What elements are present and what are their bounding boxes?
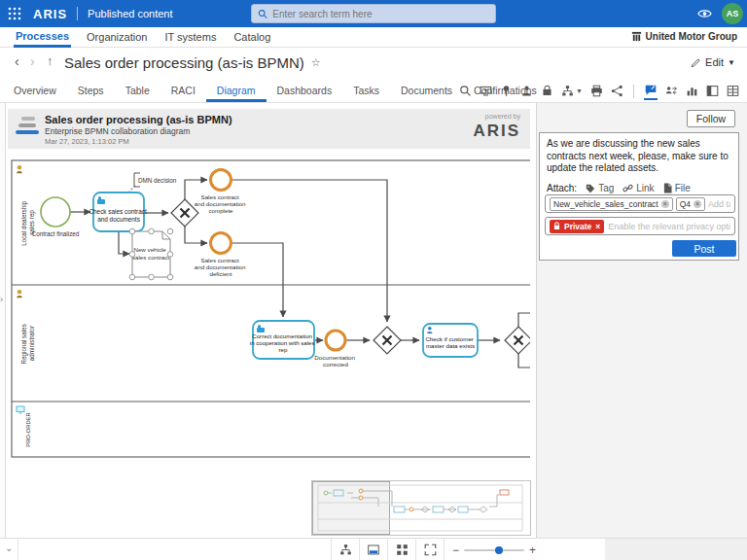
favorite-star-icon[interactable]: ☆ xyxy=(311,56,321,68)
up-icon[interactable]: ↑ xyxy=(47,53,53,68)
data-object-new-vehicle-contract[interactable]: New vehicle sales contract xyxy=(129,228,173,280)
tab-table[interactable]: Table xyxy=(115,80,160,102)
viewer-icon[interactable] xyxy=(480,85,492,99)
person-icon xyxy=(17,165,22,173)
annotation-dmn-decision[interactable]: DMN decision xyxy=(134,173,177,187)
matrix-icon[interactable] xyxy=(706,85,719,99)
event-documentation-corrected[interactable]: Documentation corrected xyxy=(314,331,356,368)
powered-by-label: powered by xyxy=(485,113,520,120)
tab-diagram[interactable]: Diagram xyxy=(206,80,267,102)
tenant-switcher[interactable]: United Motor Group xyxy=(631,31,737,42)
powered-by-brand: ARIS xyxy=(473,122,520,141)
tag-chip[interactable]: New_vehicle_sales_contract × xyxy=(550,197,673,211)
svg-text:Check sales contract and: Check sales contract and documents xyxy=(89,208,148,223)
collaboration-icon[interactable] xyxy=(665,85,678,99)
fullscreen-icon[interactable] xyxy=(415,539,444,560)
model-timestamp: Mar 27, 2023, 1:13:02 PM xyxy=(45,137,129,146)
back-icon[interactable]: ‹ xyxy=(15,53,19,69)
edit-button[interactable]: Edit ▼ xyxy=(691,56,735,68)
attach-file-button[interactable]: File xyxy=(663,183,691,193)
caret-down-icon: ▼ xyxy=(576,88,583,94)
primary-nav: Processes Organization IT systems Catalo… xyxy=(0,27,747,48)
avatar[interactable]: AS xyxy=(722,3,743,24)
tag-icon xyxy=(586,184,595,193)
basket-icon[interactable] xyxy=(541,85,553,99)
event-documentation-deficient[interactable]: Sales contract and documentation deficie… xyxy=(195,233,247,278)
edit-pencil-icon xyxy=(691,57,701,68)
comment-input[interactable]: As we are discussing the new sales contr… xyxy=(540,133,738,180)
remove-tag-icon[interactable]: × xyxy=(694,200,701,208)
pin-icon[interactable] xyxy=(500,85,513,99)
remove-privacy-icon[interactable]: × xyxy=(595,222,600,231)
minimap-preview xyxy=(312,481,530,535)
tab-steps[interactable]: Steps xyxy=(67,80,115,102)
model-type-icon xyxy=(16,117,39,137)
xor-gateway-3[interactable] xyxy=(505,327,530,354)
comments-icon[interactable] xyxy=(644,84,658,100)
svg-text:New vehicle sales contra: New vehicle sales contract xyxy=(132,246,169,261)
task-check-sales-contract[interactable]: Check sales contract and documents xyxy=(89,192,148,231)
aris-logo: ARIS xyxy=(33,7,67,21)
diagram-toolbar: − + xyxy=(331,539,544,560)
start-event-contract-finalized[interactable]: Contract finalized xyxy=(32,197,80,237)
svg-text:PRO-ORDER: PRO-ORDER xyxy=(25,412,31,446)
eye-icon[interactable] xyxy=(697,8,712,19)
expand-left-panel-icon[interactable]: › xyxy=(0,295,3,304)
collapse-bottom-icon[interactable]: ⌄ xyxy=(5,542,13,553)
minimap-icon[interactable] xyxy=(359,539,387,560)
tag-chip[interactable]: Q4 × xyxy=(676,197,705,211)
post-button[interactable]: Post xyxy=(672,240,736,257)
minimap[interactable] xyxy=(311,480,531,536)
print-icon[interactable] xyxy=(590,85,603,99)
follow-button[interactable]: Follow xyxy=(687,110,735,127)
tab-dashboards[interactable]: Dashboards xyxy=(267,80,343,102)
system-icon xyxy=(17,406,24,413)
nav-item-organization[interactable]: Organization xyxy=(85,28,149,46)
zoom-out-button[interactable]: − xyxy=(452,543,459,557)
app-grid-icon[interactable] xyxy=(8,7,21,20)
search-icon[interactable] xyxy=(459,85,472,99)
lane-pro-order[interactable]: PRO-ORDER xyxy=(17,406,31,447)
privacy-chip[interactable]: Private × xyxy=(550,220,604,233)
hierarchy-icon[interactable]: ▼ xyxy=(561,85,583,99)
chart-icon[interactable] xyxy=(686,85,698,99)
svg-text:Regional sales adminis: Regional sales administrator xyxy=(20,322,35,364)
nav-item-processes[interactable]: Processes xyxy=(14,27,71,48)
table-icon[interactable] xyxy=(727,85,739,99)
svg-text:Documentation corrected: Documentation corrected xyxy=(314,354,356,368)
zoom-control: − + xyxy=(444,539,544,560)
tool-icon-strip: ▼ xyxy=(459,84,739,99)
tab-documents[interactable]: Documents xyxy=(390,80,463,102)
profile-icon[interactable] xyxy=(520,85,533,99)
hierarchy-icon[interactable] xyxy=(331,539,359,560)
nav-item-catalog[interactable]: Catalog xyxy=(231,28,272,46)
icon-divider xyxy=(633,85,634,98)
zoom-slider[interactable] xyxy=(464,549,524,551)
tab-raci[interactable]: RACI xyxy=(160,80,206,102)
search-input[interactable] xyxy=(272,9,489,19)
privacy-input[interactable]: Private × Enable the relevant privacy op… xyxy=(545,217,735,235)
share-icon[interactable] xyxy=(611,85,623,99)
task-check-master-data[interactable]: Check if customer master data exists xyxy=(423,324,478,357)
tags-input[interactable]: New_vehicle_sales_contract × Q4 × Add ta… xyxy=(545,194,735,213)
attach-link-button[interactable]: Link xyxy=(622,183,654,193)
bpmn-diagram[interactable]: Local dealership sales rep Regional sale… xyxy=(10,158,530,476)
task-correct-documentation[interactable]: Correct documentation in cooperation wit… xyxy=(250,321,316,359)
nav-item-it-systems[interactable]: IT systems xyxy=(162,28,218,46)
remove-tag-icon[interactable]: × xyxy=(661,200,669,208)
zoom-in-button[interactable]: + xyxy=(529,543,536,557)
privacy-placeholder: Enable the relevant privacy option. Conf… xyxy=(608,222,730,231)
fit-screen-icon[interactable] xyxy=(387,539,415,560)
lane-regional-sales-admin[interactable]: Regional sales administrator xyxy=(17,290,34,365)
tab-overview[interactable]: Overview xyxy=(3,80,67,102)
tag-chip-label: New_vehicle_sales_contract xyxy=(553,199,658,209)
xor-gateway-2[interactable] xyxy=(374,327,401,354)
zoom-slider-knob[interactable] xyxy=(495,546,503,554)
forward-icon[interactable]: › xyxy=(30,53,35,69)
global-search[interactable] xyxy=(251,4,496,23)
tab-tasks[interactable]: Tasks xyxy=(342,80,390,102)
attach-tag-button[interactable]: Tag xyxy=(586,183,614,193)
link-icon xyxy=(622,184,633,193)
event-documentation-complete[interactable]: Sales contract and documentation complet… xyxy=(195,170,247,215)
topbar-divider xyxy=(77,7,78,20)
